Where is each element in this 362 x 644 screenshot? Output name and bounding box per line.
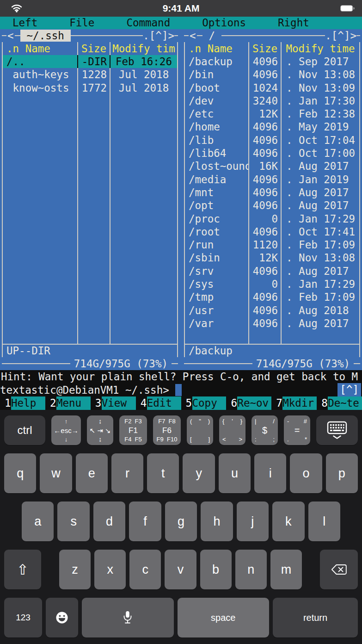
panel-scroll-indicator[interactable]: .[^]> — [325, 29, 356, 42]
key-k[interactable]: k — [272, 502, 304, 541]
dash-hash-equals-key[interactable]: -#=.* — [284, 415, 310, 445]
nav-home-tab-end-key[interactable]: ↨↖ ⇥ ↘↨ — [87, 415, 113, 445]
key-s[interactable]: s — [57, 502, 89, 541]
key-i[interactable]: i — [254, 453, 286, 493]
shift-key[interactable]: ⇧ — [4, 550, 41, 589]
fkey-help[interactable]: 1Help — [0, 396, 45, 410]
key-e[interactable]: e — [76, 453, 108, 493]
key-b[interactable]: b — [200, 550, 232, 589]
file-row[interactable]: /media4096. Jan 2019 — [185, 173, 359, 186]
file-row[interactable]: /backup4096. Sep 2017 — [185, 55, 359, 68]
column-header-modify-time[interactable]: Modify time — [281, 42, 359, 55]
file-row[interactable]: /etc12K. Feb 12:38 — [185, 107, 359, 120]
file-size: 4096 — [248, 186, 281, 199]
key-t[interactable]: t — [147, 453, 179, 493]
pipe-slash-dollar-key[interactable]: |/$:; — [252, 415, 278, 445]
key-q[interactable]: q — [4, 453, 36, 493]
border-line — [71, 35, 143, 36]
border-line — [184, 363, 252, 364]
panel-history-arrow[interactable]: < — [6, 29, 15, 42]
file-row[interactable]: /tmp4096. Feb 17:09 — [185, 291, 359, 303]
key-j[interactable]: j — [237, 502, 269, 541]
menu-item-options[interactable]: Options — [202, 17, 246, 29]
command-line[interactable]: textastic@DebianVM1 ~/.ssh> [^] — [0, 383, 362, 396]
dismiss-keyboard-key[interactable] — [316, 415, 358, 445]
fkey-menu[interactable]: 2Menu — [45, 396, 91, 410]
scroll-up-indicator[interactable]: [^] — [337, 383, 361, 396]
file-row[interactable]: /var4096. Aug 2017 — [185, 317, 359, 330]
key-p[interactable]: p — [326, 453, 358, 493]
file-row[interactable]: /opt4096. Aug 2017 — [185, 199, 359, 212]
file-row[interactable]: /dev3240. Jan 17:30 — [185, 94, 359, 107]
file-row[interactable]: know~osts1772Jul 2018 — [3, 81, 177, 94]
column-header-name[interactable]: .n Name — [185, 42, 248, 55]
file-row[interactable]: /proc0. Jan 17:29 — [185, 212, 359, 225]
space-key[interactable]: space — [178, 598, 270, 638]
file-row[interactable]: /run1120. Feb 17:09 — [185, 238, 359, 251]
column-header-modify-time[interactable]: Modify tim — [110, 42, 177, 55]
key-r[interactable]: r — [111, 453, 143, 493]
return-key[interactable]: return — [273, 598, 358, 638]
column-header-name[interactable]: .n Name — [3, 42, 77, 55]
backspace-key[interactable] — [320, 550, 358, 589]
file-row[interactable]: /home4096. May 2019 — [185, 120, 359, 133]
fkey-mkdir[interactable]: 7Mkdir — [271, 396, 317, 410]
dictation-key[interactable] — [82, 598, 174, 638]
key-h[interactable]: h — [201, 502, 233, 541]
panel-history-arrow[interactable]: < — [189, 29, 197, 42]
column-header-size[interactable]: Size — [248, 42, 281, 55]
fkey-copy[interactable]: 5Copy — [181, 396, 227, 410]
menu-item-left[interactable]: Left — [12, 17, 37, 29]
key-z[interactable]: z — [59, 550, 91, 589]
numbers-key[interactable]: 123 — [4, 598, 42, 638]
fkey-reov[interactable]: 6Re~ov — [226, 396, 271, 410]
fkey-edit[interactable]: 4Edit — [136, 396, 181, 410]
file-row-selected[interactable]: /..-DIRFeb 16:26 — [3, 55, 177, 68]
left-panel-free-space: 714G/975G (73%) — [70, 357, 172, 370]
key-x[interactable]: x — [94, 550, 126, 589]
key-o[interactable]: o — [290, 453, 322, 493]
fkeys-1-5-key[interactable]: F2 F3F1F4 F5 — [119, 415, 147, 445]
fkey-view[interactable]: 3View — [91, 396, 136, 410]
fkeys-6-10-key[interactable]: F7 F8F6F9 F10 — [153, 415, 181, 445]
esc-arrows-key[interactable]: ↑←esc→↓ — [51, 415, 81, 445]
key-c[interactable]: c — [129, 550, 161, 589]
file-row[interactable]: /sbin12K. Nov 13:08 — [185, 251, 359, 264]
key-a[interactable]: a — [22, 502, 54, 541]
file-row[interactable]: /usr4096. Aug 2018 — [185, 304, 359, 317]
menu-item-command[interactable]: Command — [126, 17, 170, 29]
key-g[interactable]: g — [165, 502, 197, 541]
fkey-dete[interactable]: 8De~te — [317, 396, 362, 410]
key-d[interactable]: d — [93, 502, 125, 541]
ctrl-key[interactable]: ctrl — [4, 415, 45, 445]
paren-doublequote-bracket-key[interactable]: (")[] — [187, 415, 213, 445]
menu-item-file[interactable]: File — [69, 17, 94, 29]
key-v[interactable]: v — [165, 550, 196, 589]
file-row[interactable]: /boot1024. Nov 13:09 — [185, 81, 359, 94]
file-row[interactable]: /lib644096. Oct 17:00 — [185, 147, 359, 160]
key-m[interactable]: m — [270, 550, 302, 589]
left-panel-path[interactable]: ~/.ssh — [20, 30, 71, 42]
key-f[interactable]: f — [129, 502, 161, 541]
key-n[interactable]: n — [235, 550, 267, 589]
key-u[interactable]: u — [219, 453, 251, 493]
column-header-size[interactable]: Size — [77, 42, 110, 55]
panel-scroll-indicator[interactable]: .[^]> — [143, 29, 174, 42]
right-panel-path[interactable]: / — [202, 30, 222, 42]
key-y[interactable]: y — [183, 453, 215, 493]
file-row[interactable]: /lib4096. Oct 17:04 — [185, 134, 359, 147]
file-row[interactable]: /mnt4096. Aug 2017 — [185, 186, 359, 199]
emoji-key[interactable] — [46, 598, 78, 638]
brace-quote-angle-key[interactable]: {'}<> — [219, 415, 245, 445]
file-row[interactable]: /sys0. Jan 17:29 — [185, 278, 359, 291]
file-row[interactable]: /bin4096. Nov 13:08 — [185, 68, 359, 81]
key-l[interactable]: l — [308, 502, 340, 541]
file-row[interactable]: /root4096. Oct 17:41 — [185, 225, 359, 238]
file-row[interactable]: /lost~ound16K. Aug 2017 — [185, 160, 359, 173]
file-row[interactable]: auth~keys1228Jul 2018 — [3, 68, 177, 81]
fkey-label: De~te — [328, 396, 362, 410]
menu-item-right[interactable]: Right — [278, 17, 309, 29]
shift-icon: ⇧ — [17, 563, 29, 577]
file-row[interactable]: /srv4096. Aug 2017 — [185, 265, 359, 278]
key-w[interactable]: w — [40, 453, 72, 493]
